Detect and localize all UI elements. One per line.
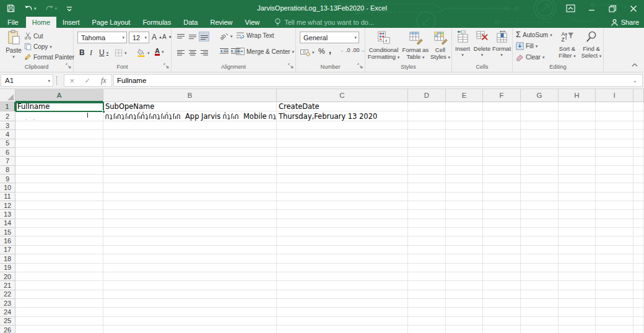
- cell-G25[interactable]: [521, 317, 559, 326]
- cell-I8[interactable]: [596, 166, 633, 175]
- cell-x4[interactable]: [633, 130, 644, 139]
- comma-style-button[interactable]: ,: [329, 45, 331, 55]
- cell-H24[interactable]: [559, 308, 596, 316]
- cell-E14[interactable]: [446, 219, 483, 228]
- cell-x22[interactable]: [633, 290, 644, 299]
- decrease-decimal-button[interactable]: .00→: [352, 47, 365, 53]
- cell-A4[interactable]: [15, 130, 103, 139]
- cell-B17[interactable]: [103, 246, 277, 254]
- cell-H17[interactable]: [559, 246, 596, 254]
- cell-C20[interactable]: [277, 272, 408, 281]
- cell-G12[interactable]: [521, 201, 559, 210]
- cell-B10[interactable]: [103, 183, 277, 192]
- autosum-button[interactable]: Σ AutoSum ▾: [516, 31, 552, 38]
- orientation-dropdown-icon[interactable]: ▾: [230, 34, 233, 38]
- cell-C4[interactable]: [277, 130, 408, 139]
- cell-D21[interactable]: [408, 281, 446, 290]
- cell-A5[interactable]: [15, 139, 103, 148]
- conditional-formatting-button[interactable]: x Conditional Formatting ▾: [366, 30, 401, 60]
- cell-B13[interactable]: [103, 210, 277, 218]
- font-name-combo[interactable]: Tahoma ▾: [77, 32, 127, 43]
- row-header-18[interactable]: 18: [0, 254, 15, 263]
- insert-cells-button[interactable]: Insert ▾: [453, 30, 472, 57]
- row-header-24[interactable]: 24: [0, 308, 15, 316]
- cell-A14[interactable]: [15, 219, 103, 228]
- cell-I1[interactable]: [596, 102, 633, 111]
- cell-B8[interactable]: [103, 166, 277, 175]
- cell-H3[interactable]: [559, 121, 596, 130]
- cell-D18[interactable]: [408, 254, 446, 263]
- formula-input[interactable]: Fullname ⌄: [113, 74, 643, 87]
- cell-I2[interactable]: [596, 111, 633, 121]
- cell-G14[interactable]: [521, 219, 559, 228]
- cell-F8[interactable]: [483, 166, 521, 175]
- cell-x15[interactable]: [633, 228, 644, 236]
- cell-x21[interactable]: [633, 281, 644, 290]
- cell-D22[interactable]: [408, 290, 446, 299]
- cell-F21[interactable]: [483, 281, 521, 290]
- cell-x26[interactable]: [633, 326, 644, 333]
- name-box[interactable]: A1 ▾: [1, 74, 53, 87]
- cell-F10[interactable]: [483, 183, 521, 192]
- cell-A20[interactable]: [15, 272, 103, 281]
- row-header-20[interactable]: 20: [0, 272, 15, 281]
- cell-A26[interactable]: [15, 326, 103, 333]
- italic-button[interactable]: I: [90, 48, 92, 58]
- cell-A9[interactable]: [15, 175, 103, 183]
- align-left-button[interactable]: [175, 48, 186, 58]
- enter-icon[interactable]: ✓: [85, 77, 90, 85]
- clear-button[interactable]: Clear ▾: [516, 53, 544, 61]
- cell-H20[interactable]: [559, 272, 596, 281]
- cell-F13[interactable]: [483, 210, 521, 218]
- tell-me-box[interactable]: Tell me what you want to do...: [266, 17, 374, 28]
- cell-E2[interactable]: [446, 111, 483, 121]
- cell-F16[interactable]: [483, 236, 521, 245]
- column-header-E[interactable]: E: [446, 89, 483, 102]
- accounting-dropdown-icon[interactable]: ▾: [312, 50, 315, 54]
- cell-x12[interactable]: [633, 201, 644, 210]
- cell-G3[interactable]: [521, 121, 559, 130]
- cell-G19[interactable]: [521, 264, 559, 272]
- row-header-6[interactable]: 6: [0, 148, 15, 157]
- cell-G24[interactable]: [521, 308, 559, 316]
- cell-C1[interactable]: CreateDate: [277, 102, 408, 111]
- cell-B16[interactable]: [103, 236, 277, 245]
- tab-review[interactable]: Review: [204, 17, 238, 28]
- cell-F6[interactable]: [483, 148, 521, 157]
- underline-button[interactable]: U▾: [99, 48, 108, 57]
- number-dialog-launcher-icon[interactable]: [357, 63, 363, 69]
- alignment-dialog-launcher-icon[interactable]: [288, 63, 294, 69]
- cell-C16[interactable]: [277, 236, 408, 245]
- cell-G23[interactable]: [521, 299, 559, 308]
- cell-E17[interactable]: [446, 246, 483, 254]
- cell-D20[interactable]: [408, 272, 446, 281]
- cell-B24[interactable]: [103, 308, 277, 316]
- autosum-dropdown-icon[interactable]: ▾: [550, 33, 552, 37]
- cell-C9[interactable]: [277, 175, 408, 183]
- cell-H25[interactable]: [559, 317, 596, 326]
- restore-button[interactable]: [602, 0, 623, 17]
- cell-E3[interactable]: [446, 121, 483, 130]
- cell-G9[interactable]: [521, 175, 559, 183]
- cell-x3[interactable]: [633, 121, 644, 130]
- number-format-combo[interactable]: General ▾: [300, 32, 359, 43]
- row-header-26[interactable]: 26: [0, 326, 15, 333]
- cell-F3[interactable]: [483, 121, 521, 130]
- row-header-14[interactable]: 14: [0, 219, 15, 228]
- cell-I14[interactable]: [596, 219, 633, 228]
- orientation-button[interactable]: ab ▾: [220, 32, 233, 40]
- cell-C6[interactable]: [277, 148, 408, 157]
- cell-C11[interactable]: [277, 192, 408, 201]
- cell-H8[interactable]: [559, 166, 596, 175]
- column-header-H[interactable]: H: [559, 89, 596, 102]
- cell-I23[interactable]: [596, 299, 633, 308]
- row-header-15[interactable]: 15: [0, 228, 15, 236]
- tab-insert[interactable]: Insert: [56, 17, 86, 28]
- cell-F19[interactable]: [483, 264, 521, 272]
- cell-F18[interactable]: [483, 254, 521, 263]
- row-header-7[interactable]: 7: [0, 157, 15, 165]
- share-button[interactable]: Share: [611, 17, 639, 28]
- cell-C19[interactable]: [277, 264, 408, 272]
- align-right-button[interactable]: [199, 48, 209, 58]
- cell-B3[interactable]: [103, 121, 277, 130]
